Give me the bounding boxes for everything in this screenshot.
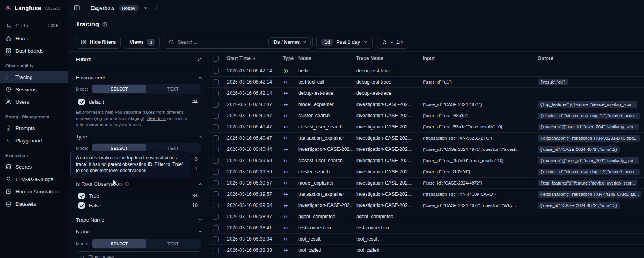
event-icon (283, 68, 289, 74)
goto-search[interactable]: Go to... ⌘ K (3, 20, 65, 31)
row-checkbox[interactable] (213, 113, 219, 119)
table-row[interactable]: 2026-03-16 06:39:59cluster_searchinvesti… (209, 166, 644, 178)
mode-text-option[interactable]: TEXT (146, 239, 200, 248)
filter-values-input[interactable] (88, 255, 197, 258)
refresh-button[interactable]: 1m (377, 36, 408, 49)
row-checkbox[interactable] (213, 236, 219, 242)
row-checkbox[interactable] (213, 135, 219, 141)
row-checkbox[interactable] (213, 68, 219, 74)
table-row[interactable]: 2026-03-16 06:40:47model_explainerinvest… (209, 99, 644, 110)
column-output[interactable]: Output (535, 56, 644, 61)
filter-section-name[interactable]: Name (68, 228, 209, 235)
cell-input: {"user_id":"usr_f83a1c"} (420, 113, 535, 118)
search-scope-label: IDs / Names (272, 39, 300, 45)
row-checkbox[interactable] (213, 203, 219, 208)
wand-icon[interactable] (197, 56, 203, 62)
filter-section-trace-name[interactable]: Trace Name (68, 217, 209, 223)
sidebar-item-datasets[interactable]: Datasets (0, 198, 68, 210)
table-row[interactable]: 2026-03-16 06:38:47agent_completedagent_… (209, 211, 644, 222)
row-checkbox[interactable] (213, 102, 219, 108)
mode-select-option[interactable]: SELECT (92, 239, 146, 248)
table-row[interactable]: 2026-03-16 06:40:47transaction_explainer… (209, 133, 644, 144)
checkbox-checked[interactable] (78, 193, 85, 199)
environment-option-default[interactable]: default 44 (78, 98, 198, 106)
table-row[interactable]: 2026-03-16 06:40:47closest_user_searchin… (209, 121, 644, 133)
row-checkbox[interactable] (213, 225, 219, 231)
filter-section-type[interactable]: Type (68, 133, 209, 140)
cell-trace-name: agent_completed (353, 214, 420, 219)
column-trace-name[interactable]: Trace Name (353, 56, 420, 61)
row-checkbox[interactable] (213, 79, 219, 85)
table-row[interactable]: 2026-03-16 06:39:59closest_user_searchin… (209, 155, 644, 166)
info-icon[interactable] (125, 181, 130, 186)
cell-trace-name: tool_called (353, 248, 420, 253)
row-checkbox[interactable] (213, 191, 219, 197)
checkbox-checked[interactable] (78, 99, 85, 105)
sidebar-item-scores[interactable]: Scores (0, 161, 68, 173)
org-switcher-chevron-icon[interactable] (143, 5, 148, 10)
info-icon[interactable] (102, 22, 108, 27)
see-docs-link[interactable]: See docs (147, 116, 166, 121)
date-range-button[interactable]: 1d Past 1 day (316, 36, 372, 49)
sidebar-item-users[interactable]: Users (0, 96, 68, 108)
search-input[interactable] (178, 39, 265, 45)
column-type[interactable]: Type (277, 56, 295, 61)
filter-section-is-root-observation[interactable]: Is Root Observation (68, 181, 209, 187)
sidebar-item-dashboards[interactable]: Dashboards (0, 44, 68, 57)
checkbox-checked[interactable] (78, 202, 85, 209)
org-name[interactable]: Eagerbots (91, 5, 114, 11)
mode-text-option[interactable]: TEXT (146, 85, 200, 93)
sidebar-nav: HomeDashboardsObservabilityTracingSessio… (0, 32, 68, 210)
table-row[interactable]: 2026-03-16 06:39:54investigation-CASE-20… (209, 200, 644, 211)
goto-label: Go to... (15, 23, 32, 29)
row-checkbox[interactable] (213, 169, 219, 175)
table-row[interactable]: 2026-03-16 06:40:44investigation-CASE-20… (209, 144, 644, 155)
is-root-option-true[interactable]: True 34 (78, 192, 198, 200)
row-checkbox[interactable] (213, 124, 219, 130)
table-row[interactable]: 2026-03-16 06:38:33tool_calledtool_calle… (209, 245, 644, 256)
table-row[interactable]: 2026-03-16 06:42:14debug-test-tracedebug… (209, 88, 644, 99)
cell-name: cluster_search (295, 113, 353, 118)
table-row[interactable]: 2026-03-16 06:42:14test-tool-calldebug-t… (209, 77, 644, 88)
filter-section-environment[interactable]: Environment (68, 74, 209, 81)
sidebar-item-human-annotation[interactable]: Human Annotation (0, 185, 68, 198)
cell-type (277, 91, 295, 96)
row-checkbox[interactable] (213, 147, 219, 152)
table-row[interactable]: 2026-03-16 06:40:47cluster_searchinvesti… (209, 110, 644, 121)
column-start-time[interactable]: Start Time▼ (222, 56, 277, 61)
row-checkbox[interactable] (213, 248, 219, 253)
sidebar-item-llm-as-a-judge[interactable]: LLM-as-a-Judge (0, 173, 68, 185)
views-button[interactable]: Views 0 (125, 36, 160, 49)
row-checkbox-cell (209, 88, 222, 99)
sidebar-item-tracing[interactable]: Tracing (0, 71, 68, 83)
table-row[interactable]: 2026-03-16 06:39:57model_explainerinvest… (209, 178, 644, 189)
cell-input: {"case_id":"CASE-2024-4871","question":"… (420, 147, 535, 152)
cell-input: {"case_id":"CASE-2024-4872","question":"… (420, 203, 535, 208)
row-checkbox[interactable] (213, 180, 219, 186)
hide-filters-button[interactable]: Hide filters (76, 36, 121, 49)
cell-name: cluster_search (295, 169, 353, 174)
table-row[interactable]: 2026-03-16 06:38:34tool_resulttool_resul… (209, 234, 644, 245)
table-row[interactable]: 2026-03-16 06:39:57transaction_explainer… (209, 189, 644, 200)
column-name[interactable]: Name (295, 56, 353, 61)
table-row[interactable]: 2026-03-16 06:38:41test-connectiontest-c… (209, 222, 644, 234)
cell-input: {"user_id":"usr_f83a1c","max_results":10… (420, 125, 535, 129)
row-checkbox[interactable] (213, 158, 219, 164)
sidebar-item-prompts[interactable]: Prompts (0, 122, 68, 134)
mode-select-option[interactable]: SELECT (92, 85, 146, 93)
is-root-option-false[interactable]: False 10 (78, 202, 198, 209)
sidebar-item-home[interactable]: Home (0, 32, 68, 44)
row-checkbox[interactable] (213, 91, 219, 96)
select-all-checkbox[interactable] (213, 56, 219, 62)
cell-output: {"cluster_id":"cluster_risk_ring_12","re… (535, 169, 644, 175)
column-input[interactable]: Input (420, 56, 535, 61)
environment-label: Environment (76, 75, 105, 80)
row-checkbox[interactable] (213, 214, 219, 220)
sidebar-item-sessions[interactable]: Sessions (0, 83, 68, 96)
table-row[interactable]: 2026-03-16 06:42:14hellodebug-test-trace (209, 65, 644, 77)
sidebar-item-playground[interactable]: Playground (0, 134, 68, 147)
row-checkbox-cell (209, 211, 222, 222)
search-scope-select[interactable]: IDs / Names (268, 37, 311, 47)
sidebar-toggle-icon[interactable] (73, 5, 80, 11)
span-icon (283, 158, 289, 164)
